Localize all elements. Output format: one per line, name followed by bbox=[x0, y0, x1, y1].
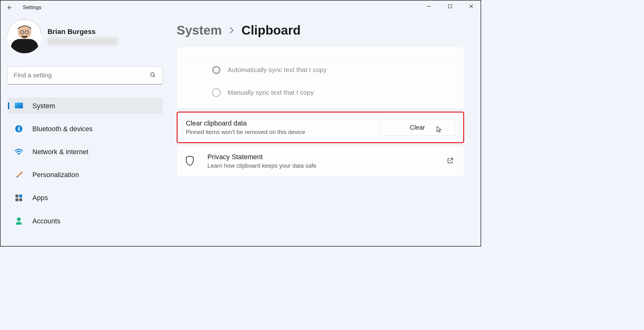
svg-line-8 bbox=[154, 76, 155, 77]
minimize-icon bbox=[427, 4, 431, 9]
radio-icon bbox=[212, 66, 221, 74]
svg-point-12 bbox=[18, 154, 19, 155]
clear-subtitle: Pinned items won't be removed on this de… bbox=[186, 129, 305, 136]
close-button[interactable] bbox=[464, 0, 478, 12]
breadcrumb-parent[interactable]: System bbox=[177, 23, 222, 37]
window-controls bbox=[422, 0, 478, 12]
sidebar-item-label: Bluetooth & devices bbox=[32, 125, 92, 133]
sidebar-item-label: Personalization bbox=[32, 171, 79, 179]
sync-options-card: Automatically sync text that I copy Manu… bbox=[177, 47, 464, 109]
clear-button-label: Clear bbox=[410, 124, 425, 131]
search-icon bbox=[150, 72, 156, 79]
clear-title: Clear clipboard data bbox=[186, 119, 305, 127]
sidebar-item-label: Accounts bbox=[32, 217, 60, 225]
svg-point-13 bbox=[21, 171, 22, 173]
sync-auto-option[interactable]: Automatically sync text that I copy bbox=[177, 59, 464, 81]
svg-rect-3 bbox=[11, 39, 38, 53]
profile-email-blurred bbox=[47, 37, 118, 45]
sidebar-item-label: Network & internet bbox=[32, 148, 88, 156]
svg-rect-17 bbox=[19, 198, 22, 201]
svg-rect-14 bbox=[15, 195, 18, 198]
external-link-icon bbox=[447, 157, 453, 165]
close-icon bbox=[469, 4, 474, 9]
back-button[interactable] bbox=[5, 3, 14, 12]
sidebar-item-accounts[interactable]: Accounts bbox=[8, 213, 163, 229]
svg-rect-16 bbox=[15, 198, 18, 201]
avatar bbox=[8, 19, 42, 53]
breadcrumb: System Clipboard bbox=[177, 23, 464, 37]
radio-label: Manually sync text that I copy bbox=[228, 89, 314, 96]
clear-clipboard-card: Clear clipboard data Pinned items won't … bbox=[177, 112, 464, 143]
sync-manual-option[interactable]: Manually sync text that I copy bbox=[177, 81, 464, 109]
radio-icon bbox=[212, 88, 221, 97]
display-icon bbox=[14, 102, 23, 110]
main-content: System Clipboard Automatically sync text… bbox=[177, 19, 474, 246]
sidebar: Brian Burgess System Bluetooth & devi bbox=[8, 19, 163, 246]
apps-icon bbox=[14, 194, 23, 202]
person-icon bbox=[14, 217, 23, 225]
maximize-button[interactable] bbox=[443, 0, 457, 12]
svg-rect-10 bbox=[15, 103, 23, 108]
privacy-subtitle: Learn how clipboard keeps your data safe bbox=[208, 162, 434, 169]
sidebar-item-personalization[interactable]: Personalization bbox=[8, 167, 163, 183]
privacy-statement-card[interactable]: Privacy Statement Learn how clipboard ke… bbox=[177, 146, 464, 176]
breadcrumb-current: Clipboard bbox=[242, 23, 301, 37]
paintbrush-icon bbox=[14, 171, 23, 179]
sidebar-item-label: Apps bbox=[32, 194, 48, 202]
search-input[interactable] bbox=[8, 66, 163, 85]
sidebar-item-apps[interactable]: Apps bbox=[8, 190, 163, 206]
arrow-left-icon bbox=[7, 4, 13, 11]
minimize-button[interactable] bbox=[422, 0, 436, 12]
svg-rect-1 bbox=[448, 5, 452, 8]
search-container bbox=[8, 66, 163, 85]
privacy-title: Privacy Statement bbox=[208, 153, 434, 161]
nav-list: System Bluetooth & devices Network & int… bbox=[8, 98, 163, 229]
wifi-icon bbox=[14, 148, 23, 156]
maximize-icon bbox=[448, 4, 452, 8]
clear-button[interactable]: Clear bbox=[380, 119, 455, 136]
profile[interactable]: Brian Burgess bbox=[8, 19, 163, 53]
radio-label: Automatically sync text that I copy bbox=[228, 66, 327, 74]
card-divider bbox=[177, 47, 464, 59]
titlebar: Settings bbox=[0, 0, 480, 14]
svg-point-7 bbox=[151, 73, 154, 76]
svg-rect-15 bbox=[19, 195, 22, 198]
svg-point-18 bbox=[17, 217, 21, 221]
app-title: Settings bbox=[23, 4, 41, 10]
sidebar-item-network[interactable]: Network & internet bbox=[8, 143, 163, 160]
bluetooth-icon bbox=[14, 125, 23, 133]
sidebar-item-bluetooth[interactable]: Bluetooth & devices bbox=[8, 120, 163, 137]
shield-icon bbox=[185, 155, 195, 167]
cursor-icon bbox=[436, 126, 442, 133]
chevron-right-icon bbox=[229, 26, 235, 37]
sidebar-item-label: System bbox=[32, 102, 55, 110]
sidebar-item-system[interactable]: System bbox=[8, 98, 163, 114]
profile-name: Brian Burgess bbox=[47, 28, 163, 36]
